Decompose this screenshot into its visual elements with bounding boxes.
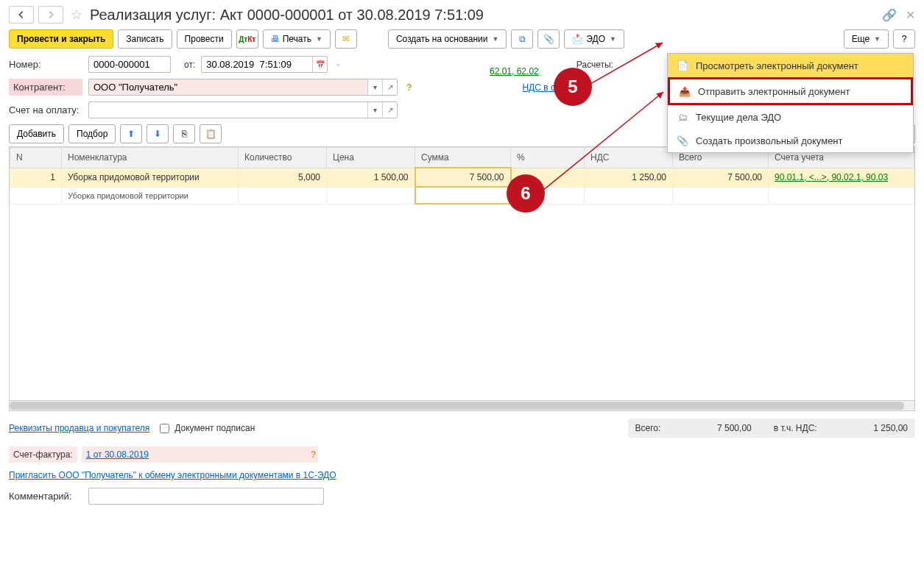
post-button[interactable]: Провести <box>177 29 232 49</box>
col-vat-pct[interactable]: % <box>511 148 585 168</box>
vat-label: в т.ч. НДС: <box>774 423 817 433</box>
mail-button[interactable]: ✉ <box>335 29 357 49</box>
counterparty-label: Контрагент: <box>9 79 82 96</box>
invoice-input-wrap: ▾ ↗ <box>88 102 398 118</box>
scrollbar-thumb[interactable] <box>10 402 904 410</box>
comment-input-wrap <box>88 488 324 505</box>
totals-box: Всего: 7 500,00 в т.ч. НДС: 1 250,00 <box>628 419 915 438</box>
post-and-close-button[interactable]: Провести и закрыть <box>9 29 113 49</box>
dropdown-button[interactable]: ▾ <box>367 102 382 118</box>
create-based-on-button[interactable]: Создать на основании ▼ <box>388 29 507 49</box>
main-toolbar: Провести и закрыть Записать Провести ДтК… <box>9 29 915 49</box>
chevron-down-icon: ▼ <box>610 35 616 43</box>
cell-total[interactable]: 7 500,00 <box>673 168 769 187</box>
help-counterparty[interactable]: ? <box>403 82 415 93</box>
number-input[interactable] <box>89 57 170 72</box>
nav-back-button[interactable] <box>9 6 34 24</box>
star-icon[interactable]: ☆ <box>71 7 82 23</box>
save-button[interactable]: Записать <box>118 29 172 49</box>
cell-accounts[interactable]: 90.01.1, <...>, 90.02.1, 90.03 <box>769 168 914 187</box>
cell-price[interactable]: 1 500,00 <box>327 168 415 187</box>
nav-forward-button[interactable] <box>38 6 63 24</box>
invoice-for-payment-label: Счет на оплату: <box>9 104 82 115</box>
edo-button[interactable]: 📩 ЭДО ▼ <box>564 29 624 49</box>
vat-value: 1 250,00 <box>856 423 908 433</box>
select-button[interactable]: Подбор <box>68 124 116 143</box>
number-label: Номер: <box>9 59 82 70</box>
open-icon: ↗ <box>387 83 393 91</box>
invoice-link[interactable]: 1 от 30.08.2019 <box>86 449 149 460</box>
open-icon: ↗ <box>387 106 393 114</box>
calendar-icon: 📅 <box>316 60 325 68</box>
counterparty-input[interactable] <box>89 79 367 95</box>
copy-button[interactable]: ⎘ <box>173 124 195 143</box>
edo-current-item[interactable]: 🗂 Текущие дела ЭДО <box>668 105 913 129</box>
dropdown-button[interactable]: ▾ <box>367 79 382 95</box>
table-row[interactable]: 1 Уборка придомовой территории 5,000 1 5… <box>10 168 914 187</box>
dtkt-icon: ДтКт <box>239 35 255 43</box>
chevron-down-icon: ▼ <box>316 35 322 43</box>
col-price[interactable]: Цена <box>327 148 415 168</box>
doc-signed-checkbox-wrap[interactable]: Документ подписан <box>157 422 255 435</box>
chevron-down-icon: ▼ <box>492 35 498 43</box>
structure-button[interactable]: ⧉ <box>511 29 533 49</box>
footer-row-1: Реквизиты продавца и покупателя Документ… <box>9 419 915 438</box>
send-document-icon: 📤 <box>679 85 691 97</box>
total-label: Всего: <box>635 423 661 433</box>
paperclip-icon: 📎 <box>677 135 688 146</box>
paperclip-icon: 📎 <box>543 34 554 44</box>
cell-sub-nomenclature[interactable]: Уборка придомовой территории <box>62 187 239 204</box>
link-icon[interactable]: 🔗 <box>882 8 897 22</box>
titlebar: ☆ Реализация услуг: Акт 0000-000001 от 3… <box>9 6 915 24</box>
edo-create-item[interactable]: 📎 Создать произвольный документ <box>668 129 913 152</box>
cell-nomenclature[interactable]: Уборка придомовой территории <box>62 168 239 187</box>
calendar-button[interactable]: 📅 <box>312 57 327 72</box>
table-h-scrollbar[interactable] <box>10 400 914 410</box>
col-sum[interactable]: Сумма <box>415 148 511 168</box>
cell-sum[interactable]: 7 500,00 <box>415 168 511 187</box>
doc-signed-checkbox[interactable] <box>160 424 169 433</box>
paste-icon: 📋 <box>205 129 216 139</box>
edo-dropdown-menu: 📄 Просмотреть электронный документ 📤 Отп… <box>667 53 914 153</box>
seller-buyer-link[interactable]: Реквизиты продавца и покупателя <box>9 423 149 433</box>
invite-edo-link[interactable]: Пригласить ООО "Получатель" к обмену эле… <box>9 470 336 480</box>
counterparty-input-wrap: ▾ ↗ <box>88 79 398 96</box>
open-button[interactable]: ↗ <box>382 102 397 118</box>
move-down-button[interactable]: ⬇ <box>147 124 169 143</box>
settlements-link[interactable]: 62.01, 62.02 <box>490 66 539 77</box>
table-row-sub[interactable]: Уборка придомовой территории <box>10 187 914 204</box>
help-invoice[interactable]: ? <box>308 449 319 460</box>
status-icon: ▫ <box>336 60 339 70</box>
close-icon[interactable]: ✕ <box>906 8 915 22</box>
more-button[interactable]: Еще ▼ <box>844 29 889 49</box>
printer-icon: 🖶 <box>271 34 280 44</box>
callout-6: 6 <box>507 174 545 213</box>
help-button[interactable]: ? <box>893 29 915 49</box>
col-vat[interactable]: НДС <box>585 148 673 168</box>
chevron-down-icon: ▾ <box>373 106 377 114</box>
invoice-input[interactable] <box>89 102 367 118</box>
accounts-link[interactable]: 90.01.1, <...>, 90.02.1, 90.03 <box>775 172 888 182</box>
dtkt-button[interactable]: ДтКт <box>236 29 258 49</box>
col-nomenclature[interactable]: Номенклатура <box>62 148 239 168</box>
edo-send-item[interactable]: 📤 Отправить электронный документ <box>668 77 913 105</box>
col-n[interactable]: N <box>10 148 62 168</box>
date-input[interactable] <box>202 57 312 72</box>
doc-signed-label: Документ подписан <box>174 423 255 433</box>
comment-input[interactable] <box>89 488 323 504</box>
cell-qty[interactable]: 5,000 <box>239 168 327 187</box>
add-row-button[interactable]: Добавить <box>9 124 64 143</box>
document-icon: 📄 <box>677 60 688 71</box>
move-up-button[interactable]: ⬆ <box>120 124 142 143</box>
services-table: N Номенклатура Количество Цена Сумма % Н… <box>9 146 915 411</box>
cell-n[interactable]: 1 <box>10 168 62 187</box>
paste-button[interactable]: 📋 <box>200 124 222 143</box>
arrow-up-icon: ⬆ <box>127 129 135 139</box>
col-qty[interactable]: Количество <box>239 148 327 168</box>
attach-button[interactable]: 📎 <box>537 29 560 49</box>
print-button[interactable]: 🖶 Печать ▼ <box>263 29 331 49</box>
edo-view-item[interactable]: 📄 Просмотреть электронный документ <box>668 54 913 77</box>
cell-vat[interactable]: 1 250,00 <box>585 168 673 187</box>
total-value: 7 500,00 <box>700 423 752 433</box>
open-button[interactable]: ↗ <box>382 79 397 95</box>
